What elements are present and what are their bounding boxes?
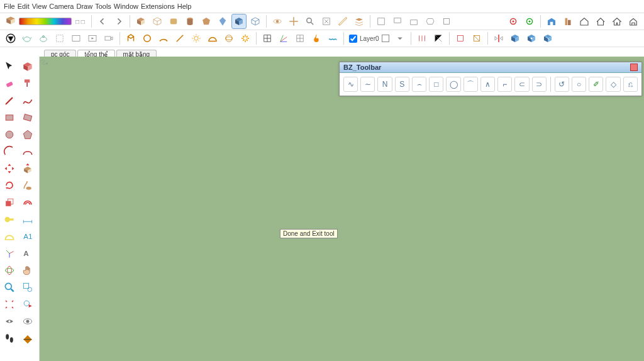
tape-tool[interactable]: [1, 211, 18, 228]
followme-tool[interactable]: [19, 177, 36, 194]
menu-camera[interactable]: Camera: [49, 3, 74, 10]
box-outline-icon[interactable]: [150, 14, 165, 29]
cylinder-icon[interactable]: [182, 14, 197, 29]
circle-draw-tool[interactable]: [1, 126, 18, 143]
pan-small-icon[interactable]: [286, 14, 301, 29]
bz-curve-6[interactable]: □: [429, 77, 443, 92]
rotate-tool[interactable]: [1, 177, 18, 194]
sphere-tool-icon[interactable]: [221, 31, 236, 46]
align-icon[interactable]: [414, 31, 430, 46]
menu-extensions[interactable]: Extensions: [141, 3, 175, 10]
text-tool[interactable]: A1: [19, 228, 36, 245]
blue-cube-1-icon[interactable]: [508, 31, 523, 46]
zoom-extents-tool[interactable]: [1, 296, 18, 313]
bz-curve-8[interactable]: ⌒: [464, 77, 478, 92]
zoom-extents-small-icon[interactable]: [319, 14, 334, 29]
blue-cube-3-icon[interactable]: [540, 31, 555, 46]
bz-curve-12[interactable]: ⊃: [532, 77, 547, 92]
pencil-tool[interactable]: [1, 92, 18, 109]
house3-icon[interactable]: [609, 14, 625, 29]
target-red-icon[interactable]: [506, 14, 521, 29]
teapot-icon[interactable]: [19, 31, 35, 46]
sun-icon[interactable]: [189, 31, 204, 46]
fire-icon[interactable]: [309, 31, 324, 46]
layer-toggle[interactable]: Layer0: [349, 35, 389, 43]
menu-file[interactable]: File: [4, 3, 15, 10]
camera-box-icon[interactable]: [101, 31, 116, 46]
layer-checkbox[interactable]: [349, 35, 357, 43]
vray-logo-icon[interactable]: [3, 31, 18, 46]
target-green-icon[interactable]: [522, 14, 537, 29]
bz-curve-1[interactable]: ∿: [343, 77, 358, 92]
section-plane-icon[interactable]: [260, 31, 275, 46]
paint-tool[interactable]: [19, 75, 36, 92]
dome-icon[interactable]: [205, 31, 220, 46]
axes-icon[interactable]: [276, 31, 291, 46]
section-icon[interactable]: [335, 14, 350, 29]
offset-tool[interactable]: [19, 194, 36, 211]
layers-icon[interactable]: [352, 14, 367, 29]
3dtext-tool[interactable]: A: [19, 245, 36, 262]
house2-icon[interactable]: [593, 14, 608, 29]
zoom-small-icon[interactable]: [303, 14, 318, 29]
select-tool[interactable]: [1, 58, 18, 75]
bz-edit-1[interactable]: ↺: [555, 77, 569, 92]
bz-curve-3[interactable]: N: [377, 77, 392, 92]
dropdown-icon[interactable]: [392, 31, 408, 46]
component-tool[interactable]: [19, 58, 36, 75]
warehouse-icon[interactable]: [544, 14, 559, 29]
rectangle-tool[interactable]: [1, 109, 18, 126]
cube-shaded-icon[interactable]: [231, 14, 247, 29]
bz-curve-5[interactable]: ⌢: [412, 77, 426, 92]
freehand-tool[interactable]: [19, 92, 36, 109]
zoom-window-tool[interactable]: [19, 279, 36, 296]
circle-tool-icon[interactable]: [140, 31, 155, 46]
menu-draw[interactable]: Draw: [76, 3, 92, 10]
previous-view-tool[interactable]: [19, 296, 36, 313]
view-side-icon[interactable]: [423, 14, 438, 29]
protractor-tool[interactable]: [1, 228, 18, 245]
viewport[interactable]: Done and Exit tool BZ_Toolbar ∿ ∼ N S ⌢ …: [40, 57, 644, 361]
menu-tools[interactable]: Tools: [95, 3, 111, 10]
bz-edit-3[interactable]: ✐: [589, 77, 603, 92]
arc-draw-tool[interactable]: [1, 143, 18, 160]
redo-button[interactable]: [111, 14, 126, 29]
bz-curve-7[interactable]: ◯: [446, 77, 460, 92]
undo-button[interactable]: [95, 14, 110, 29]
blue-cube-2-icon[interactable]: [524, 31, 539, 46]
bz-toolbar-close[interactable]: [630, 64, 638, 71]
walk-tool[interactable]: [1, 330, 18, 347]
building-icon[interactable]: [560, 14, 575, 29]
scale-tool[interactable]: [1, 194, 18, 211]
polygon-draw-tool[interactable]: [19, 126, 36, 143]
rounded-box-icon[interactable]: [166, 14, 181, 29]
gear-icon[interactable]: [238, 31, 253, 46]
bz-toolbar[interactable]: BZ_Toolbar ∿ ∼ N S ⌢ □ ◯ ⌒ ∧ ⌐ ⊂ ⊃ ↺ ○ ✐: [339, 62, 642, 96]
view-back-icon[interactable]: [439, 14, 454, 29]
extrude-icon[interactable]: [123, 31, 138, 46]
zoom-tool[interactable]: [1, 279, 18, 296]
view-top-icon[interactable]: [390, 14, 405, 29]
bz-curve-4[interactable]: S: [395, 77, 409, 92]
menu-edit[interactable]: Edit: [18, 3, 30, 10]
menu-view[interactable]: View: [32, 3, 47, 10]
look-around-tool[interactable]: [19, 313, 36, 330]
scale-icon[interactable]: [431, 31, 446, 46]
house4-icon[interactable]: [626, 14, 641, 29]
water-icon[interactable]: [325, 31, 340, 46]
render-region-icon[interactable]: [52, 31, 67, 46]
color-gradient-bar[interactable]: [19, 18, 72, 25]
position-camera-tool[interactable]: [1, 313, 18, 330]
bz-edit-2[interactable]: ○: [572, 77, 586, 92]
component-red-icon[interactable]: [453, 31, 468, 46]
section-tool[interactable]: [19, 330, 36, 347]
box-icon[interactable]: [133, 14, 148, 29]
house-icon[interactable]: [577, 14, 592, 29]
view-front-icon[interactable]: [406, 14, 421, 29]
mirror-icon[interactable]: [491, 31, 506, 46]
menu-window[interactable]: Window: [114, 3, 138, 10]
cube-wire-icon[interactable]: [248, 14, 263, 29]
frame-icon[interactable]: [69, 31, 84, 46]
component-box-icon[interactable]: [469, 31, 484, 46]
arc-tool-icon[interactable]: [156, 31, 171, 46]
